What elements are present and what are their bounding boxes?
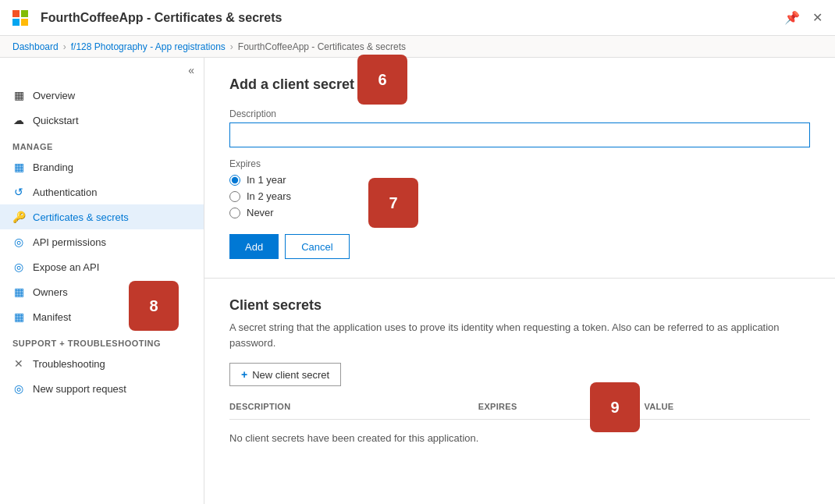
form-buttons: Add Cancel	[229, 234, 810, 259]
col-value: VALUE	[644, 399, 810, 414]
sidebar-item-authentication[interactable]: ↺ Authentication	[0, 179, 204, 204]
radio-never[interactable]: Never	[229, 207, 810, 218]
col-description: DESCRIPTION	[229, 399, 478, 414]
pin-icon[interactable]: 📌	[781, 7, 803, 28]
branding-icon: ▦	[12, 161, 25, 173]
radio-1year-label: In 1 year	[247, 174, 286, 186]
sidebar-item-new-support[interactable]: ◎ New support request	[0, 376, 204, 401]
description-input[interactable]	[229, 122, 810, 147]
radio-2years-input[interactable]	[229, 191, 240, 202]
sidebar-item-label: Manifest	[33, 311, 71, 323]
sidebar-item-label: Troubleshooting	[33, 358, 105, 370]
no-secrets-message: No client secrets have been created for …	[229, 420, 810, 456]
client-secrets-section: Client secrets A secret string that the …	[204, 279, 835, 475]
sidebar-item-label: Authentication	[33, 186, 97, 198]
ms-logo	[9, 7, 31, 29]
radio-1year[interactable]: In 1 year	[229, 174, 810, 186]
client-secrets-desc: A secret string that the application use…	[229, 320, 810, 350]
top-bar-icons: 📌 ✕	[781, 7, 826, 28]
expires-label: Expires	[229, 158, 810, 169]
page-title: FourthCoffeeApp - Certificates & secrets	[41, 11, 282, 25]
breadcrumb-dashboard[interactable]: Dashboard	[12, 41, 59, 52]
manifest-icon: ▦	[12, 311, 25, 323]
sidebar-item-label: Certificates & secrets	[33, 211, 129, 223]
api-permissions-icon: ◎	[12, 236, 25, 248]
manage-section-title: Manage	[0, 133, 204, 154]
sidebar-item-label: Expose an API	[33, 261, 99, 273]
new-secret-label: New client secret	[252, 369, 329, 381]
sidebar-item-label: New support request	[33, 383, 126, 395]
add-client-secret-panel: Add a client secret Description Expires …	[204, 58, 835, 279]
sidebar-item-label: API permissions	[33, 236, 106, 248]
sidebar-item-label: Branding	[33, 161, 73, 173]
main-content: Add a client secret Description Expires …	[204, 58, 835, 504]
sidebar-item-certificates[interactable]: 🔑 Certificates & secrets	[0, 204, 204, 229]
expires-radio-group: In 1 year In 2 years Never	[229, 174, 810, 218]
close-icon[interactable]: ✕	[809, 7, 826, 28]
secrets-table-header: DESCRIPTION EXPIRES VALUE	[229, 399, 810, 420]
collapse-button[interactable]: «	[188, 64, 194, 76]
callout-8: 8	[129, 281, 179, 331]
breadcrumb-current: FourthCoffeeApp - Certificates & secrets	[238, 41, 406, 52]
sidebar-item-label: Quickstart	[33, 115, 79, 126]
sidebar-item-label: Owners	[33, 286, 68, 298]
add-button[interactable]: Add	[229, 234, 279, 259]
sidebar-item-expose-api[interactable]: ◎ Expose an API	[0, 254, 204, 279]
sidebar-item-quickstart[interactable]: ☁ Quickstart	[0, 108, 204, 133]
description-label: Description	[229, 108, 810, 119]
top-bar: FourthCoffeeApp - Certificates & secrets…	[0, 0, 835, 36]
breadcrumb: Dashboard › f/128 Photography - App regi…	[0, 36, 835, 58]
owners-icon: ▦	[12, 286, 25, 298]
layout: « ▦ Overview ☁ Quickstart Manage ▦ Brand…	[0, 58, 835, 504]
add-secret-title: Add a client secret	[229, 76, 810, 93]
plus-icon: +	[241, 368, 247, 381]
quickstart-icon: ☁	[12, 114, 25, 126]
overview-icon: ▦	[12, 89, 25, 101]
callout-7: 7	[368, 178, 418, 228]
sidebar-item-branding[interactable]: ▦ Branding	[0, 154, 204, 179]
radio-2years[interactable]: In 2 years	[229, 190, 810, 202]
radio-2years-label: In 2 years	[247, 190, 291, 202]
cancel-button[interactable]: Cancel	[285, 234, 349, 259]
callout-9: 9	[590, 382, 640, 432]
certificates-icon: 🔑	[12, 211, 25, 223]
breadcrumb-app-registrations[interactable]: f/128 Photography - App registrations	[71, 41, 226, 52]
radio-never-input[interactable]	[229, 208, 240, 218]
support-section-title: Support + Troubleshooting	[0, 329, 204, 351]
troubleshooting-icon: ✕	[12, 357, 25, 370]
new-client-secret-button[interactable]: + New client secret	[229, 363, 341, 386]
client-secrets-title: Client secrets	[229, 297, 810, 314]
sidebar-item-api-permissions[interactable]: ◎ API permissions	[0, 229, 204, 254]
sidebar-item-troubleshooting[interactable]: ✕ Troubleshooting	[0, 351, 204, 376]
radio-1year-input[interactable]	[229, 175, 240, 186]
authentication-icon: ↺	[12, 186, 25, 198]
radio-never-label: Never	[247, 207, 274, 218]
sidebar-item-overview[interactable]: ▦ Overview	[0, 83, 204, 108]
new-support-icon: ◎	[12, 382, 25, 395]
callout-6: 6	[357, 55, 407, 105]
sidebar-item-label: Overview	[33, 90, 75, 101]
expose-api-icon: ◎	[12, 261, 25, 273]
